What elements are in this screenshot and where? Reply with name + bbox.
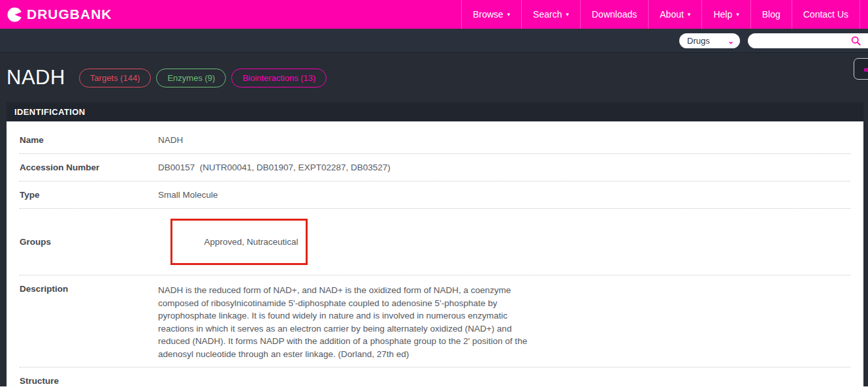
field-label: Description bbox=[20, 284, 158, 294]
dropdown-caret-icon: ▾ bbox=[507, 11, 511, 18]
field-value: Small Molecule bbox=[158, 190, 218, 200]
pill-targets[interactable]: Targets (144) bbox=[79, 69, 152, 87]
search-input[interactable] bbox=[748, 33, 868, 48]
field-value: DB00157 (NUTR00041, DB01907, EXPT02287, … bbox=[158, 163, 391, 172]
field-row-accession-number: Accession Number DB00157 (NUTR00041, DB0… bbox=[20, 154, 850, 181]
pill-enzymes[interactable]: Enzymes (9) bbox=[156, 69, 226, 87]
search-category-value: Drugs bbox=[687, 36, 710, 46]
drug-header: NADH Targets (144) Enzymes (9) Biointera… bbox=[7, 53, 863, 102]
field-label: Accession Number bbox=[20, 163, 158, 172]
field-row-groups: Groups Approved, Nutraceutical bbox=[20, 209, 850, 275]
pill-biointeractions[interactable]: Biointeractions (13) bbox=[231, 69, 327, 87]
search-category-select[interactable]: Drugs ⌄ bbox=[679, 33, 740, 48]
drugbank-logo-text: DRUGBANK bbox=[27, 7, 112, 22]
top-navbar: DRUGBANK Browse ▾ Search ▾ Downloads Abo… bbox=[0, 0, 868, 29]
field-row-name: Name NADH bbox=[20, 127, 850, 154]
dropdown-caret-icon: ▾ bbox=[688, 11, 691, 18]
nav-item-search[interactable]: Search ▾ bbox=[521, 0, 580, 29]
search-field-wrap bbox=[748, 33, 868, 48]
dropdown-caret-icon: ▾ bbox=[736, 11, 739, 18]
page-title: NADH bbox=[7, 66, 65, 89]
page-body: NADH Targets (144) Enzymes (9) Biointera… bbox=[0, 52, 868, 386]
field-row-type: Type Small Molecule bbox=[20, 181, 850, 209]
field-label: Groups bbox=[20, 237, 158, 247]
nav-item-about[interactable]: About ▾ bbox=[648, 0, 701, 29]
navbar-menu: Browse ▾ Search ▾ Downloads About ▾ Help… bbox=[461, 0, 868, 29]
nav-item-browse[interactable]: Browse ▾ bbox=[461, 0, 521, 29]
drugbank-logo[interactable]: DRUGBANK bbox=[7, 0, 112, 29]
search-subbar: Drugs ⌄ bbox=[0, 29, 868, 52]
field-value: NADH bbox=[158, 135, 183, 145]
nav-item-blog[interactable]: Blog bbox=[750, 0, 792, 29]
molecule-structure-image bbox=[155, 380, 259, 391]
field-label: Type bbox=[20, 190, 158, 200]
nav-item-downloads[interactable]: Downloads bbox=[580, 0, 648, 29]
search-icon[interactable] bbox=[851, 36, 861, 46]
summary-pill-row: Targets (144) Enzymes (9) Biointeraction… bbox=[79, 69, 327, 87]
field-row-structure: Structure bbox=[20, 368, 850, 391]
annotation-highlight-box: Approved, Nutraceutical bbox=[170, 219, 308, 265]
collapse-sidebar-button[interactable]: « bbox=[854, 58, 868, 80]
dropdown-caret-icon: ▾ bbox=[566, 11, 569, 18]
field-row-description: Description NADH is the reduced form of … bbox=[20, 275, 850, 368]
section-header-identification: IDENTIFICATION bbox=[7, 102, 863, 121]
nav-item-help[interactable]: Help ▾ bbox=[701, 0, 750, 29]
field-value: Approved, Nutraceutical bbox=[204, 237, 298, 247]
field-label: Structure bbox=[20, 376, 158, 386]
field-label: Name bbox=[20, 135, 158, 145]
drugbank-logo-icon bbox=[7, 7, 23, 23]
nav-item-contact-us[interactable]: Contact Us bbox=[792, 0, 860, 29]
field-value: NADH is the reduced form of NAD+, and NA… bbox=[158, 284, 536, 360]
identification-panel: Name NADH Accession Number DB00157 (NUTR… bbox=[7, 121, 863, 386]
chevron-down-icon: ⌄ bbox=[728, 38, 734, 44]
